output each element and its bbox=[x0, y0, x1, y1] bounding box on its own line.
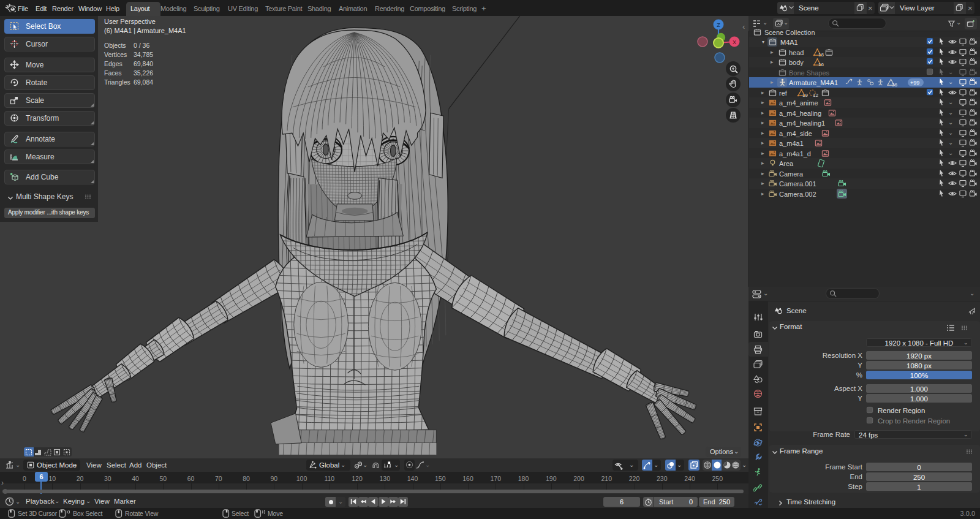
svg-text:X: X bbox=[733, 39, 736, 45]
svg-text:Z: Z bbox=[717, 22, 720, 28]
